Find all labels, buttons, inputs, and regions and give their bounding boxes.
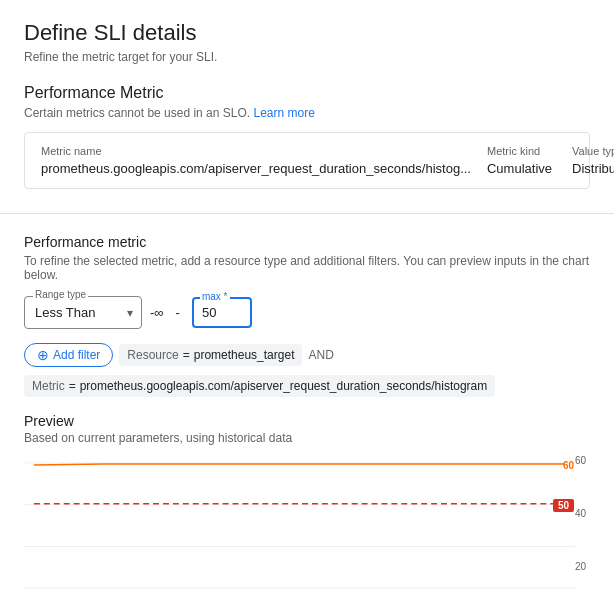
range-type-label: Range type bbox=[33, 289, 88, 300]
and-label: AND bbox=[308, 348, 333, 362]
range-type-select[interactable]: Less Than Greater Than Between bbox=[35, 305, 113, 320]
metric-meta: Metric kind Cumulative Value type Distri… bbox=[487, 145, 614, 176]
learn-more-link[interactable]: Learn more bbox=[253, 106, 314, 120]
max-label: max * bbox=[200, 291, 230, 302]
filter1-val: prometheus_target bbox=[194, 348, 295, 362]
filter-row-2: Metric = prometheus.googleapis.com/apise… bbox=[24, 375, 590, 397]
line60-badge: 60 bbox=[563, 457, 574, 472]
filter-row-1: ⊕ Add filter Resource = prometheus_targe… bbox=[24, 343, 590, 367]
section-divider bbox=[0, 213, 614, 214]
metric-card: Metric name prometheus.googleapis.com/ap… bbox=[24, 132, 590, 189]
filter2-eq: = bbox=[69, 379, 76, 393]
perf-metric-config: Performance metric To refine the selecte… bbox=[24, 234, 590, 397]
range-row: Range type Less Than Greater Than Betwee… bbox=[24, 296, 590, 329]
page-title: Define SLI details bbox=[24, 20, 590, 46]
add-filter-icon: ⊕ bbox=[37, 348, 49, 362]
filter-chip-1: Resource = prometheus_target bbox=[119, 344, 302, 366]
preview-title: Preview bbox=[24, 413, 590, 429]
metric-kind-value: Cumulative bbox=[487, 161, 552, 176]
range-dash: - bbox=[172, 305, 184, 320]
value-type-value: Distribution bbox=[572, 161, 614, 176]
preview-section: Preview Based on current parameters, usi… bbox=[24, 413, 590, 606]
select-arrow-icon: ▾ bbox=[127, 306, 133, 320]
filter2-val: prometheus.googleapis.com/apiserver_requ… bbox=[80, 379, 488, 393]
add-filter-button[interactable]: ⊕ Add filter bbox=[24, 343, 113, 367]
metric-kind-item: Metric kind Cumulative bbox=[487, 145, 552, 176]
metric-main: Metric name prometheus.googleapis.com/ap… bbox=[41, 145, 471, 176]
max-input[interactable] bbox=[202, 305, 242, 320]
metric-note: Certain metrics cannot be used in an SLO… bbox=[24, 106, 590, 120]
filter1-key: Resource bbox=[127, 348, 178, 362]
perf-config-note: To refine the selected metric, add a res… bbox=[24, 254, 590, 282]
value-type-label: Value type bbox=[572, 145, 614, 157]
value-type-item: Value type Distribution bbox=[572, 145, 614, 176]
filter1-eq: = bbox=[183, 348, 190, 362]
chart-area: 60 40 20 0 bbox=[24, 453, 590, 606]
chart-svg bbox=[24, 453, 590, 606]
metric-filter-chip: Metric = prometheus.googleapis.com/apise… bbox=[24, 375, 495, 397]
range-from-value: -∞ bbox=[150, 305, 164, 320]
threshold-badge: 50 bbox=[553, 497, 574, 512]
range-type-select-wrap: Range type Less Than Greater Than Betwee… bbox=[24, 296, 142, 329]
page-subtitle: Refine the metric target for your SLI. bbox=[24, 50, 590, 64]
metric-kind-label: Metric kind bbox=[487, 145, 552, 157]
metric-name-label: Metric name bbox=[41, 145, 471, 157]
chart-container: 60 40 20 0 bbox=[24, 453, 590, 606]
perf-metric-heading: Performance Metric bbox=[24, 84, 590, 102]
max-input-wrap: max * bbox=[192, 297, 252, 328]
filter2-key: Metric bbox=[32, 379, 65, 393]
metric-name-value: prometheus.googleapis.com/apiserver_requ… bbox=[41, 161, 471, 176]
perf-config-title: Performance metric bbox=[24, 234, 590, 250]
preview-note: Based on current parameters, using histo… bbox=[24, 431, 590, 445]
